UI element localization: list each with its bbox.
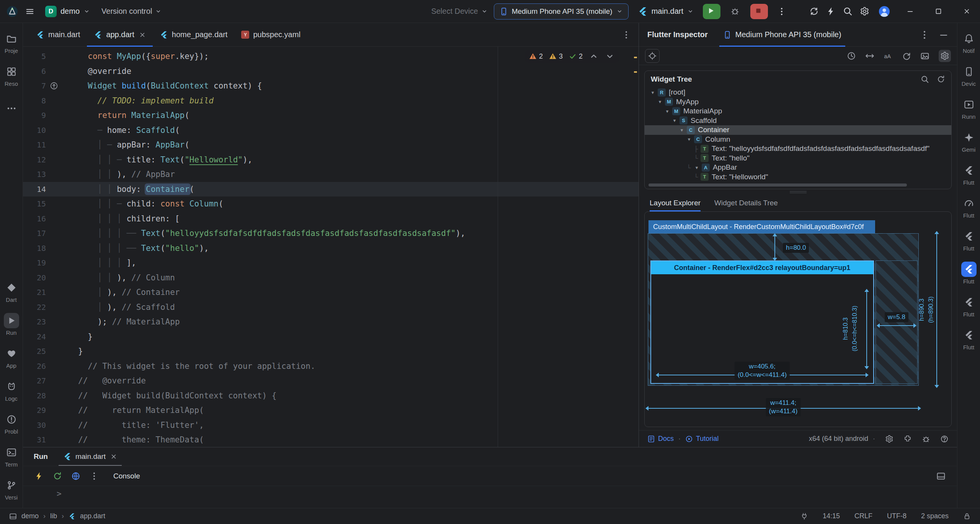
tool-stripe-item-dart-analysis[interactable]: Dart xyxy=(0,275,23,308)
code-line-6[interactable]: 6 @override xyxy=(23,64,639,79)
breadcrumb-dir[interactable]: lib xyxy=(50,512,57,520)
line-number[interactable]: 28 xyxy=(23,388,46,403)
editor-tab-home_page.dart[interactable]: home_page.dart xyxy=(153,23,235,46)
line-number[interactable]: 25 xyxy=(23,344,46,359)
code-line-18[interactable]: 18 │ │ │ ── Text("hello"), xyxy=(23,241,639,256)
warning-mark[interactable] xyxy=(634,71,637,73)
line-number[interactable]: 24 xyxy=(23,329,46,344)
line-number[interactable]: 17 xyxy=(23,226,46,241)
code-line-25[interactable]: 25} xyxy=(23,344,639,359)
line-number[interactable]: 9 xyxy=(23,108,46,123)
line-number[interactable]: 27 xyxy=(23,373,46,388)
tutorial-link[interactable]: Tutorial xyxy=(685,435,719,443)
widget-tree-node-container[interactable]: ▾CContainer xyxy=(645,125,951,135)
code-line-31[interactable]: 31// theme: ThemeData( xyxy=(23,432,639,447)
line-number[interactable]: 18 xyxy=(23,241,46,256)
extensions-icon[interactable] xyxy=(903,435,912,443)
render-object-header[interactable]: CustomMultiChildLayout - RenderCustomMul… xyxy=(648,220,875,233)
scrollbar-thumb[interactable] xyxy=(648,183,907,187)
next-problem-icon[interactable] xyxy=(605,51,615,61)
line-number[interactable]: 22 xyxy=(23,300,46,315)
tool-stripe-item-flutter-extra-1[interactable]: Flutt xyxy=(957,290,980,323)
hot-restart-icon[interactable] xyxy=(53,472,62,481)
code-editor[interactable]: 5 const MyApp({super.key});6 @override7 … xyxy=(23,47,639,447)
line-number[interactable]: 7 xyxy=(23,79,46,93)
warning-mark[interactable] xyxy=(634,57,637,58)
code-line-15[interactable]: 15 │ │ ─ child: const Column( xyxy=(23,196,639,211)
code-line-30[interactable]: 30// title: 'Flutter', xyxy=(23,418,639,433)
minimize-window-icon[interactable] xyxy=(897,0,923,23)
code-line-13[interactable]: 13 │ │ ), // AppBar xyxy=(23,167,639,182)
run-button[interactable] xyxy=(703,4,720,19)
container-render-header[interactable]: Container - RenderFlex#d2cc3 relayoutBou… xyxy=(651,261,873,274)
close-tab-icon[interactable] xyxy=(139,31,146,38)
code-line-14[interactable]: 14 │ │ body: Container( xyxy=(23,182,639,197)
previous-problem-icon[interactable] xyxy=(589,51,599,61)
expand-icon[interactable]: ▾ xyxy=(656,99,664,105)
tool-stripe-item-logcat[interactable]: Logc xyxy=(0,374,23,407)
tool-stripe-item-flutter-performance[interactable]: Flutt xyxy=(957,191,980,224)
tool-stripe-item-flutter-coverage[interactable]: Flutt xyxy=(957,224,980,257)
line-number[interactable]: 26 xyxy=(23,359,46,374)
screenshot-icon[interactable] xyxy=(920,51,929,61)
hide-panel-icon[interactable] xyxy=(939,30,949,40)
report-bug-icon[interactable] xyxy=(922,435,930,443)
widget-tree-node-appbar[interactable]: └▾AAppBar xyxy=(645,163,951,172)
code-line-28[interactable]: 28// Widget build(BuildContext context) … xyxy=(23,388,639,403)
search-everywhere-icon[interactable] xyxy=(840,4,855,19)
line-number[interactable]: 16 xyxy=(23,211,46,226)
widget-tree-node-scaffold[interactable]: ▾SScaffold xyxy=(645,116,951,126)
select-widget-mode-button[interactable] xyxy=(645,49,660,63)
editor-tab-pubspec.yaml[interactable]: Ypubspec.yaml xyxy=(234,23,307,46)
tool-stripe-item-running-devices[interactable]: Runn xyxy=(957,92,980,125)
search-tree-icon[interactable] xyxy=(921,75,929,84)
tab-widget-details-tree[interactable]: Widget Details Tree xyxy=(714,195,778,211)
expand-icon[interactable]: ▾ xyxy=(693,165,701,170)
help-icon[interactable] xyxy=(940,435,949,443)
layout-gap-box[interactable]: w=5.8 xyxy=(875,260,918,384)
widget-tree-node-myapp[interactable]: ▾MMyApp xyxy=(645,97,951,107)
tab-options-icon[interactable] xyxy=(622,30,631,39)
code-line-10[interactable]: 10 ─ home: Scaffold( xyxy=(23,123,639,138)
tool-stripe-item-project[interactable]: Proje xyxy=(0,26,23,59)
console-label[interactable]: Console xyxy=(113,472,140,480)
layout-settings-icon[interactable] xyxy=(936,472,946,481)
code-line-26[interactable]: 26 // This widget is the root of your ap… xyxy=(23,359,639,374)
code-line-8[interactable]: 8 // TODO: implement build xyxy=(23,93,639,108)
refresh-tree-icon[interactable] xyxy=(937,75,945,84)
expand-icon[interactable]: ▾ xyxy=(670,118,679,123)
expand-icon[interactable]: ▾ xyxy=(663,108,671,114)
panel-splitter[interactable] xyxy=(639,189,957,195)
tool-stripe-item-gemini[interactable]: Gemi xyxy=(957,125,980,158)
tool-stripe-item-problems[interactable]: Probl xyxy=(0,407,23,440)
close-window-icon[interactable] xyxy=(953,0,980,23)
line-number[interactable]: 20 xyxy=(23,270,46,285)
performance-overlay-icon[interactable] xyxy=(847,51,856,61)
code-line-7[interactable]: 7 Widget build(BuildContext context) { xyxy=(23,79,639,93)
code-line-29[interactable]: 29// return MaterialApp( xyxy=(23,403,639,418)
open-devtools-icon[interactable] xyxy=(71,472,80,481)
more-run-options-icon[interactable] xyxy=(90,472,99,481)
line-ending[interactable]: CRLF xyxy=(854,512,872,520)
tool-stripe-item-terminal[interactable]: Term xyxy=(0,440,23,473)
editor-tab-main.dart[interactable]: main.dart xyxy=(29,23,87,46)
hot-reload-icon[interactable] xyxy=(34,472,44,481)
tool-stripe-item-resource-manager[interactable]: Reso xyxy=(0,59,23,92)
line-number[interactable]: 23 xyxy=(23,314,46,329)
stop-button[interactable] xyxy=(750,4,768,19)
fit-width-icon[interactable] xyxy=(865,51,874,61)
breadcrumb-project[interactable]: demo xyxy=(21,512,39,520)
line-number[interactable]: 19 xyxy=(23,255,46,270)
project-selector[interactable]: D demo xyxy=(41,4,94,19)
main-menu-icon[interactable] xyxy=(22,4,38,19)
layout-explorer-canvas[interactable]: CustomMultiChildLayout - RenderCustomMul… xyxy=(644,211,952,427)
devtools-settings-icon[interactable] xyxy=(885,435,893,443)
docs-link[interactable]: Docs xyxy=(647,435,674,443)
expand-icon[interactable]: ▾ xyxy=(678,127,686,133)
line-number[interactable]: 6 xyxy=(23,64,46,79)
line-number[interactable]: 10 xyxy=(23,123,46,138)
code-line-11[interactable]: 11 │ ─ appBar: AppBar( xyxy=(23,138,639,152)
line-number[interactable]: 13 xyxy=(23,167,46,182)
widget-tree-node-text[interactable]: └TText: "hello" xyxy=(645,154,951,163)
version-control-menu[interactable]: Version control xyxy=(98,5,165,18)
